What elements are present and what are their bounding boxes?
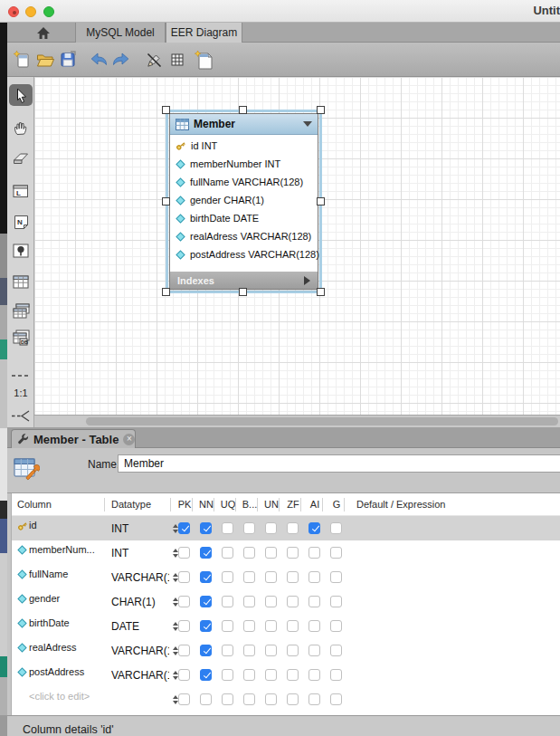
minimize-window-button[interactable]: [25, 6, 36, 17]
diagram-column[interactable]: memberNumber INT: [170, 155, 318, 173]
checkbox-uq[interactable]: [222, 620, 233, 632]
resize-handle-n[interactable]: [239, 106, 247, 114]
checkbox-g[interactable]: [330, 522, 342, 534]
checkbox-zf[interactable]: [287, 693, 299, 705]
diagram-column[interactable]: gender CHAR(1): [170, 191, 318, 209]
checkbox-pk[interactable]: [178, 693, 190, 705]
checkbox-ai[interactable]: [308, 547, 320, 559]
tool-view[interactable]: [9, 300, 33, 321]
checkbox-binary[interactable]: [243, 620, 255, 632]
checkbox-zf[interactable]: [287, 645, 299, 656]
collapse-triangle-icon[interactable]: [303, 121, 312, 127]
checkbox-zf[interactable]: [287, 620, 299, 632]
checkbox-nn[interactable]: [200, 522, 212, 534]
checkbox-g[interactable]: [330, 669, 342, 681]
tool-image[interactable]: [9, 240, 33, 262]
checkbox-binary[interactable]: [243, 571, 255, 583]
dashed-line-icon[interactable]: [9, 371, 33, 380]
checkbox-binary[interactable]: [243, 645, 255, 656]
grid-row-fullName[interactable]: fullNameVARCHAR(128): [12, 565, 560, 589]
checkbox-g[interactable]: [330, 693, 342, 705]
toggle-grid-button[interactable]: [166, 49, 188, 71]
checkbox-pk[interactable]: [178, 620, 190, 632]
header-column[interactable]: Column: [17, 499, 52, 510]
new-diagram-button[interactable]: [193, 49, 214, 71]
datatype-cell[interactable]: CHAR(1): [111, 596, 169, 608]
tab-home[interactable]: [20, 23, 67, 43]
checkbox-ai[interactable]: [308, 620, 320, 632]
tool-table[interactable]: [9, 271, 33, 292]
column-name-cell[interactable]: id: [29, 520, 105, 530]
checkbox-zf[interactable]: [287, 596, 299, 607]
close-window-button[interactable]: [8, 6, 19, 17]
checkbox-uq[interactable]: [222, 596, 233, 607]
diagram-table-member[interactable]: Member id INTmemberNumber INTfullName VA…: [169, 113, 318, 290]
diagram-column[interactable]: fullName VARCHAR(128): [170, 173, 318, 191]
checkbox-un[interactable]: [265, 693, 277, 705]
checkbox-g[interactable]: [330, 620, 342, 632]
resize-handle-nw[interactable]: [162, 106, 170, 114]
tab-eer-diagram[interactable]: EER Diagram: [166, 23, 242, 43]
datatype-cell[interactable]: DATE: [111, 620, 169, 633]
zoom-window-button[interactable]: [43, 6, 54, 17]
grid-row-memberNum...[interactable]: memberNum...INT: [12, 540, 560, 565]
column-name-cell[interactable]: gender: [29, 593, 105, 604]
checkbox-uq[interactable]: [222, 645, 233, 656]
redo-button[interactable]: [109, 49, 131, 71]
tool-cursor[interactable]: [9, 84, 33, 106]
checkbox-uq[interactable]: [222, 522, 233, 534]
header-datatype[interactable]: Datatype: [111, 499, 151, 510]
column-name-cell[interactable]: memberNum...: [29, 544, 105, 555]
checkbox-un[interactable]: [265, 522, 277, 534]
checkbox-pk[interactable]: [178, 547, 190, 559]
checkbox-nn[interactable]: [200, 547, 212, 559]
checkbox-ai[interactable]: [308, 645, 320, 656]
tool-layer[interactable]: L: [9, 180, 33, 202]
indexes-bar[interactable]: Indexes: [170, 272, 318, 289]
toggle-edit-lock-button[interactable]: [143, 49, 165, 71]
checkbox-un[interactable]: [265, 547, 277, 559]
checkbox-binary[interactable]: [243, 693, 255, 705]
checkbox-binary[interactable]: [243, 522, 255, 534]
grid-row-id[interactable]: idINT: [12, 516, 560, 540]
checkbox-nn[interactable]: [200, 645, 212, 656]
checkbox-nn[interactable]: [200, 620, 212, 632]
datatype-cell[interactable]: VARCHAR(128): [111, 645, 169, 657]
checkbox-nn[interactable]: [200, 693, 212, 705]
datatype-cell[interactable]: VARCHAR(128): [111, 669, 169, 682]
undo-button[interactable]: [89, 49, 110, 71]
column-name-cell[interactable]: postAddress: [29, 666, 105, 677]
grid-row-new[interactable]: <click to edit>: [12, 687, 560, 712]
checkbox-binary[interactable]: [243, 596, 255, 607]
editor-tab-member-table[interactable]: Member - Table: [11, 429, 136, 448]
checkbox-g[interactable]: [330, 571, 342, 583]
column-name-cell[interactable]: birthDate: [29, 617, 105, 628]
column-name-cell[interactable]: fullName: [29, 569, 105, 579]
checkbox-zf[interactable]: [287, 547, 299, 559]
checkbox-nn[interactable]: [200, 596, 212, 607]
checkbox-nn[interactable]: [200, 571, 212, 583]
new-model-button[interactable]: [12, 49, 33, 71]
checkbox-uq[interactable]: [222, 669, 233, 681]
checkbox-ai[interactable]: [308, 669, 320, 681]
checkbox-ai[interactable]: [308, 596, 320, 607]
diagram-column[interactable]: id INT: [170, 137, 318, 155]
checkbox-ai[interactable]: [308, 522, 320, 534]
scrollbar-thumb[interactable]: [86, 417, 558, 425]
checkbox-pk[interactable]: [178, 669, 190, 681]
checkbox-pk[interactable]: [178, 571, 190, 583]
datatype-cell[interactable]: VARCHAR(128): [111, 571, 169, 584]
tool-eraser[interactable]: [9, 148, 33, 169]
eer-diagram-canvas[interactable]: Member id INTmemberNumber INTfullName VA…: [34, 77, 560, 415]
column-name-cell[interactable]: realAdress: [29, 642, 105, 653]
checkbox-pk[interactable]: [178, 596, 190, 607]
datatype-cell[interactable]: INT: [111, 547, 169, 559]
grid-row-birthDate[interactable]: birthDateDATE: [12, 614, 560, 638]
diagram-column[interactable]: realAdress VARCHAR(128): [170, 227, 318, 245]
canvas-horizontal-scrollbar[interactable]: [34, 415, 560, 427]
grid-row-realAdress[interactable]: realAdressVARCHAR(128): [12, 638, 560, 663]
checkbox-g[interactable]: [330, 547, 342, 559]
checkbox-zf[interactable]: [287, 571, 299, 583]
save-model-button[interactable]: [57, 49, 79, 71]
checkbox-un[interactable]: [265, 596, 277, 607]
